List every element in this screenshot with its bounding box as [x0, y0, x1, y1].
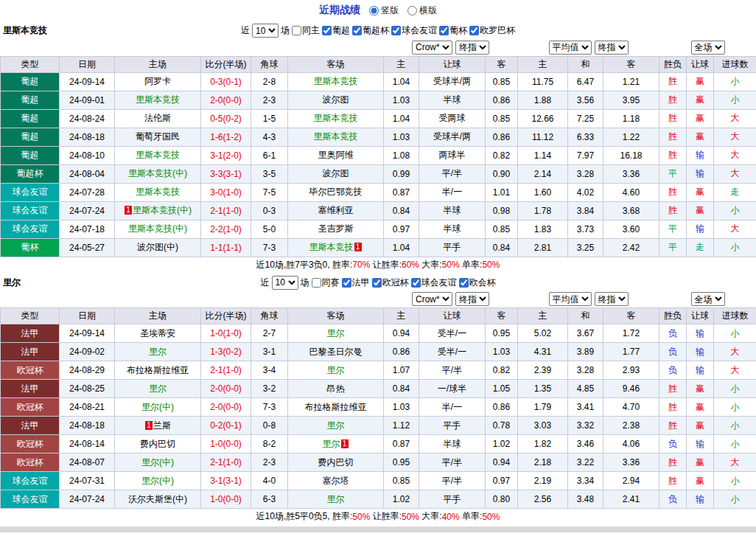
layout-option-vertical[interactable]: 竖版	[369, 4, 399, 17]
away-team-link[interactable]: 里斯本竞技	[314, 76, 358, 86]
competition-filter[interactable]: 欧会杯	[459, 277, 496, 289]
odds-stage-select[interactable]: 终指	[455, 292, 489, 306]
bookmaker-select[interactable]: Crow*	[412, 41, 452, 55]
competition-checkbox[interactable]	[411, 278, 421, 288]
competition-checkbox[interactable]	[352, 26, 362, 35]
home-team-link[interactable]: 里尔	[149, 383, 167, 394]
odds-stage-select[interactable]: 终指	[455, 41, 489, 55]
average-stage-select[interactable]: 终指	[595, 41, 629, 55]
competition-filter[interactable]: 法甲	[342, 277, 370, 289]
recent-count-select[interactable]: 10	[272, 276, 298, 290]
competition-filter[interactable]: 同赛	[312, 277, 340, 289]
home-team-link[interactable]: 费内巴切	[140, 439, 175, 449]
away-team-link[interactable]: 昂热	[327, 383, 345, 394]
competition-filter[interactable]: 葡杯	[439, 24, 467, 37]
score-link[interactable]: 3-3(3-1)	[201, 164, 251, 183]
away-team-link[interactable]: 里斯本竞技	[309, 242, 354, 252]
average-select[interactable]: 平均值	[549, 41, 592, 55]
home-team-link[interactable]: 里尔(中)	[141, 402, 174, 412]
home-team-link[interactable]: 葡萄牙国民	[136, 131, 180, 142]
home-team-link[interactable]: 圣埃蒂安	[140, 328, 175, 338]
home-team-link[interactable]: 里斯本竞技(中)	[128, 223, 187, 234]
score-link[interactable]: 0-5(0-2)	[201, 109, 251, 128]
home-team-link[interactable]: 沃尔夫斯堡(中)	[128, 494, 187, 504]
competition-checkbox[interactable]	[469, 26, 479, 35]
competition-filter[interactable]: 同主	[292, 24, 320, 37]
competition-checkbox[interactable]	[342, 278, 351, 288]
score-link[interactable]: 1-0(1-0)	[201, 324, 251, 343]
average-select[interactable]: 平均值	[549, 292, 592, 306]
away-team-link[interactable]: 波尔图	[323, 94, 349, 105]
away-team-link[interactable]: 里尔	[327, 365, 345, 375]
competition-filter[interactable]: 葡超	[322, 24, 350, 37]
home-team-link[interactable]: 里尔(中)	[141, 476, 174, 486]
away-team-link[interactable]: 巴黎圣日尔曼	[309, 347, 363, 357]
home-team-link[interactable]: 里斯本竞技(中)	[128, 168, 187, 178]
away-team-link[interactable]: 布拉格斯拉维亚	[305, 402, 367, 412]
competition-checkbox[interactable]	[312, 278, 321, 288]
home-team-link[interactable]: 兰斯	[153, 420, 171, 431]
away-team-link[interactable]: 里尔	[327, 328, 345, 338]
vertical-layout-radio[interactable]	[369, 6, 379, 15]
away-team-link[interactable]: 塞尔塔	[323, 476, 349, 486]
score-link[interactable]: 3-1(3-1)	[201, 472, 251, 490]
home-team-link[interactable]: 法伦斯	[144, 113, 171, 123]
home-team-link[interactable]: 布拉格斯拉维亚	[127, 365, 189, 375]
layout-option-horizontal[interactable]: 横版	[407, 4, 437, 17]
score-link[interactable]: 1-0(0-0)	[201, 490, 251, 509]
away-team-link[interactable]: 波尔图	[323, 168, 349, 178]
competition-filter[interactable]: 球会友谊	[411, 277, 457, 289]
competition-checkbox[interactable]	[459, 278, 469, 288]
score-link[interactable]: 0-3(0-1)	[201, 72, 251, 91]
home-team-link[interactable]: 里斯本竞技	[136, 187, 180, 197]
competition-checkbox[interactable]	[439, 26, 449, 35]
score-link[interactable]: 1-1(1-1)	[201, 238, 251, 257]
competition-checkbox[interactable]	[391, 26, 401, 35]
home-team-link[interactable]: 波尔图(中)	[137, 242, 178, 252]
away-team-link[interactable]: 圣吉罗斯	[318, 223, 354, 234]
score-link[interactable]: 2-0(0-0)	[201, 398, 251, 417]
away-team-link[interactable]: 里斯本竞技	[314, 131, 358, 142]
average-stage-select[interactable]: 终指	[595, 292, 629, 306]
competition-filter[interactable]: 葡超杯	[352, 24, 389, 37]
away-team-link[interactable]: 塞维利亚	[318, 205, 354, 215]
away-team-link[interactable]: 里尔	[327, 420, 345, 431]
score-link[interactable]: 1-3(0-2)	[201, 343, 251, 361]
competition-checkbox[interactable]	[372, 278, 382, 288]
away-team-link[interactable]: 里尔	[323, 439, 340, 449]
home-team-link[interactable]: 里斯本竞技	[136, 94, 180, 105]
score-link[interactable]: 2-1(1-0)	[201, 453, 251, 472]
home-team-link[interactable]: 阿罗卡	[144, 76, 171, 86]
score-link[interactable]: 3-1(2-0)	[201, 146, 251, 164]
competition-filter[interactable]: 欧冠杯	[372, 277, 409, 289]
away-team-link[interactable]: 里斯本竞技	[314, 113, 358, 123]
home-team-link[interactable]: 里斯本竞技(中)	[133, 205, 192, 215]
score-link[interactable]: 2-1(1-0)	[201, 201, 251, 220]
home-team-link[interactable]: 里尔(中)	[141, 457, 174, 467]
competition-filter[interactable]: 欧罗巴杯	[469, 24, 515, 37]
scope-select[interactable]: 全场	[691, 292, 725, 306]
competition-checkbox[interactable]	[322, 26, 332, 35]
bookmaker-select[interactable]: Crow*	[412, 292, 452, 306]
home-team-link[interactable]: 里尔	[149, 347, 167, 357]
away-team-link[interactable]: 里尔	[327, 494, 345, 504]
away-team-link[interactable]: 里奥阿维	[318, 150, 354, 160]
scope-select[interactable]: 全场	[691, 41, 725, 55]
score-link[interactable]: 2-2(1-0)	[201, 220, 251, 238]
corner-count: 0-8	[251, 417, 288, 435]
score-link[interactable]: 0-2(0-1)	[201, 417, 251, 435]
away-team-link[interactable]: 费内巴切	[318, 457, 354, 467]
competition-checkbox[interactable]	[292, 26, 301, 35]
score-link[interactable]: 2-0(0-0)	[201, 380, 251, 398]
score-link[interactable]: 1-6(1-2)	[201, 128, 251, 146]
competition-filter[interactable]: 球会友谊	[391, 24, 437, 37]
score-link[interactable]: 1-0(0-0)	[201, 435, 251, 453]
home-team-link[interactable]: 里斯本竞技	[136, 150, 180, 160]
recent-count-select[interactable]: 10	[252, 24, 279, 38]
score-link[interactable]: 2-1(1-0)	[201, 361, 251, 380]
score-link[interactable]: 3-0(1-0)	[201, 183, 251, 201]
away-team-link[interactable]: 毕尔巴鄂竞技	[309, 187, 363, 197]
horizontal-layout-radio[interactable]	[407, 6, 417, 15]
horizontal-scrollbar[interactable]	[0, 526, 756, 532]
score-link[interactable]: 2-0(0-0)	[201, 91, 251, 109]
